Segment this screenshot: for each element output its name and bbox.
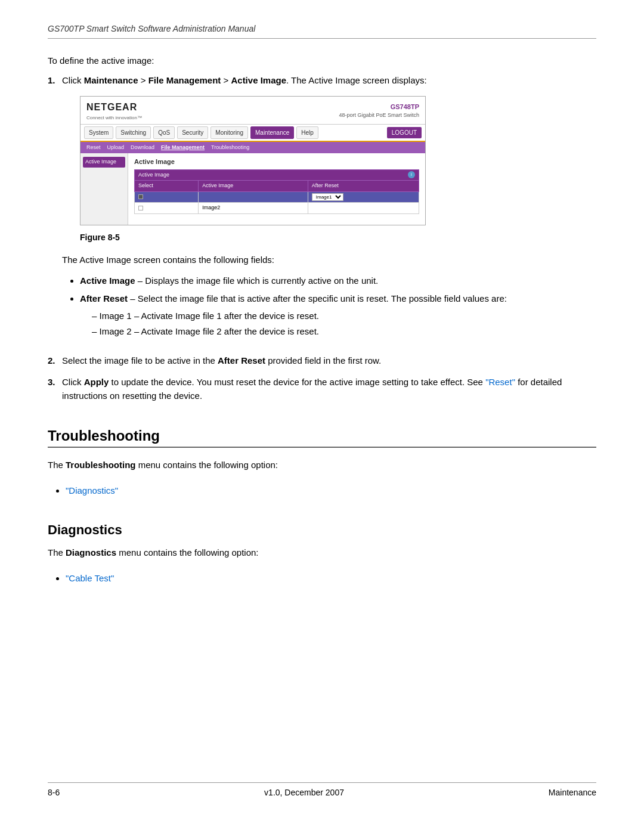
- footer-version: v1.0, December 2007: [60, 788, 549, 797]
- ng-body: Active Image Active Image Active Image i: [80, 153, 425, 225]
- cable-test-link-item: "Cable Test": [66, 572, 596, 586]
- step-3-bold: Apply: [84, 377, 109, 387]
- active-image-intro: The Active Image screen contains the fol…: [62, 253, 596, 267]
- field-active-image-bold: Active Image: [80, 275, 135, 286]
- after-reset-values: Image 1 – Activate Image file 1 after th…: [92, 309, 596, 339]
- logout-button[interactable]: LOGOUT: [387, 127, 422, 138]
- nav-monitoring[interactable]: Monitoring: [210, 126, 248, 139]
- step-2-bold: After Reset: [218, 355, 265, 366]
- step-2-num: 2.: [48, 354, 62, 368]
- image1-desc: Image 1 – Activate Image file 1 after th…: [92, 309, 596, 323]
- field-after-reset-bold: After Reset: [80, 293, 128, 304]
- diagnostics-intro: The Diagnostics menu contains the follow…: [48, 546, 596, 560]
- footer-right: Maintenance: [549, 788, 596, 797]
- info-icon: i: [408, 171, 415, 178]
- step-1-bold2: File Management: [148, 75, 221, 85]
- ng-product-sub: 48-port Gigabit PoE Smart Switch: [339, 112, 419, 120]
- image2-desc: Image 2 – Activate Image file 2 after th…: [92, 325, 596, 339]
- troubleshooting-options: "Diagnostics": [66, 484, 596, 503]
- diagnostics-bold: Diagnostics: [66, 547, 116, 558]
- step-1-bold3: Active Image: [231, 75, 286, 85]
- table-row: Image1 Image2: [135, 191, 419, 203]
- troubleshooting-heading: Troubleshooting: [48, 428, 596, 448]
- figure-caption: Figure 8-5: [80, 231, 596, 244]
- row2-select: [135, 203, 199, 214]
- field-active-image: Active Image – Displays the image file w…: [80, 274, 596, 288]
- ng-logo-text: NETGEAR: [86, 100, 142, 114]
- ng-product-name: GS748TP: [339, 102, 419, 112]
- step-1: 1. Click Maintenance > File Management >…: [48, 74, 596, 346]
- row1-after-reset: Image1 Image2: [308, 191, 419, 203]
- field-after-reset: After Reset – Select the image file that…: [80, 292, 596, 339]
- checkbox-empty[interactable]: [138, 206, 143, 210]
- ng-table: Active Image i Select Active Image After…: [134, 169, 419, 214]
- row1-active-image: [199, 191, 308, 203]
- active-image-fields: Active Image – Displays the image file w…: [80, 274, 596, 339]
- ng-product: GS748TP 48-port Gigabit PoE Smart Switch: [339, 102, 419, 120]
- diagnostics-options: "Cable Test": [66, 572, 596, 590]
- ng-section-title: Active Image: [134, 157, 419, 167]
- row2-after-reset: [308, 203, 419, 214]
- diagnostics-link-item: "Diagnostics": [66, 484, 596, 498]
- row1-select: [135, 191, 199, 203]
- col-after-reset: After Reset: [308, 181, 419, 192]
- col-active-image: Active Image: [199, 181, 308, 192]
- nav-security[interactable]: Security: [177, 126, 208, 139]
- ng-header: NETGEAR Connect with innovation™ GS748TP…: [80, 97, 425, 125]
- footer-page-num: 8-6: [48, 788, 60, 797]
- ng-subnav: Reset Upload Download File Management Tr…: [80, 142, 425, 154]
- troubleshooting-intro: The Troubleshooting menu contains the fo…: [48, 459, 596, 472]
- step-3-content: Click Apply to update the device. You mu…: [62, 376, 596, 402]
- step-1-num: 1.: [48, 74, 62, 346]
- after-reset-dropdown[interactable]: Image1 Image2: [312, 193, 343, 201]
- subnav-file-management[interactable]: File Management: [159, 143, 207, 153]
- ng-nav: System Switching QoS Security Monitoring…: [80, 125, 425, 142]
- screenshot-box: NETGEAR Connect with innovation™ GS748TP…: [80, 96, 426, 226]
- page-footer: 8-6 v1.0, December 2007 Maintenance: [48, 782, 596, 797]
- ng-sidebar: Active Image: [80, 153, 128, 225]
- step-3: 3. Click Apply to update the device. You…: [48, 376, 596, 402]
- step-2: 2. Select the image file to be active in…: [48, 354, 596, 368]
- cable-test-link[interactable]: "Cable Test": [66, 573, 114, 583]
- nav-qos[interactable]: QoS: [153, 126, 175, 139]
- subnav-download[interactable]: Download: [128, 143, 157, 153]
- step-1-content: Click Maintenance > File Management > Ac…: [62, 74, 596, 346]
- ng-content: Active Image Active Image i: [128, 153, 425, 225]
- sidebar-item-active-image[interactable]: Active Image: [83, 157, 125, 168]
- table-header: Active Image i: [135, 169, 419, 181]
- nav-switching[interactable]: Switching: [116, 126, 151, 139]
- ng-logo: NETGEAR Connect with innovation™: [86, 100, 142, 122]
- table-row: Image2: [135, 203, 419, 214]
- manual-title: GS700TP Smart Switch Software Administra…: [48, 24, 596, 39]
- step-1-bold1: Maintenance: [84, 75, 138, 85]
- nav-maintenance[interactable]: Maintenance: [250, 126, 294, 139]
- checkbox-checked[interactable]: [138, 194, 143, 199]
- troubleshooting-bold: Troubleshooting: [66, 460, 136, 470]
- intro-text: To define the active image:: [48, 55, 596, 66]
- step-3-num: 3.: [48, 376, 62, 402]
- subnav-reset[interactable]: Reset: [84, 143, 103, 153]
- nav-system[interactable]: System: [84, 126, 113, 139]
- row2-active-image: Image2: [199, 203, 308, 214]
- col-select: Select: [135, 181, 199, 192]
- subnav-troubleshooting[interactable]: Troubleshooting: [209, 143, 252, 153]
- diagnostics-heading: Diagnostics: [48, 522, 596, 538]
- diagnostics-link[interactable]: "Diagnostics": [66, 485, 118, 496]
- reset-link[interactable]: "Reset": [485, 377, 515, 387]
- nav-help[interactable]: Help: [296, 126, 318, 139]
- subnav-upload[interactable]: Upload: [105, 143, 127, 153]
- ng-logo-sub: Connect with innovation™: [86, 114, 142, 122]
- step-2-content: Select the image file to be active in th…: [62, 354, 596, 368]
